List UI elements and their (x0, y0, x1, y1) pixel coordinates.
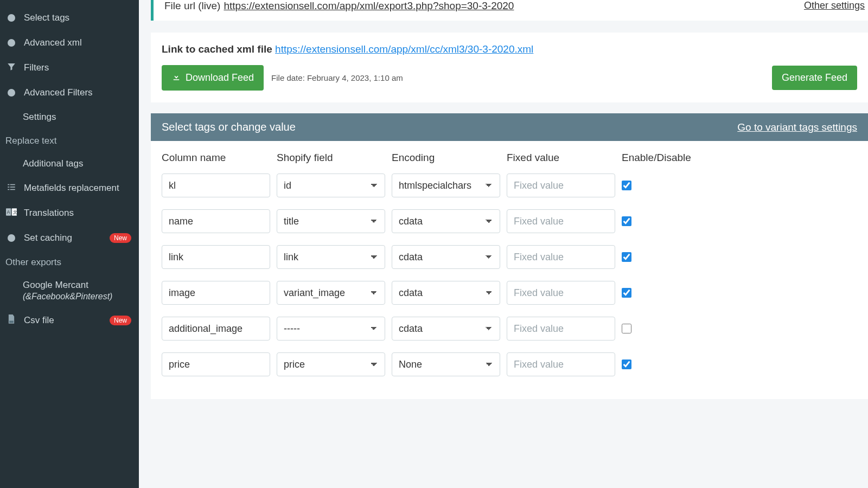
th-shopify-field: Shopify field (277, 152, 385, 164)
sidebar-item[interactable]: Set cachingNew (0, 226, 139, 251)
new-badge: New (110, 316, 131, 325)
download-feed-button[interactable]: Download Feed (162, 65, 264, 91)
table-row: -----cdata (162, 317, 857, 341)
encoding-select[interactable]: cdata (392, 209, 500, 233)
sidebar-item-label: Select tags (24, 12, 69, 23)
cached-file-link[interactable]: https://extensionsell.com/app/xml/cc/xml… (275, 43, 533, 55)
enable-checkbox[interactable] (622, 216, 631, 226)
sidebar-item[interactable]: Filters (0, 55, 139, 80)
fixed-value-input[interactable] (507, 209, 615, 233)
table-row: linkcdata (162, 245, 857, 269)
sidebar-item[interactable]: Google Mercant(&Facebook&Pinterest) (0, 273, 139, 308)
sidebar-item[interactable]: Additional tags (0, 152, 139, 176)
cached-file-label: Link to cached xml file (162, 43, 272, 55)
sidebar-item-label: Csv file (24, 315, 54, 326)
generate-feed-button[interactable]: Generate Feed (772, 66, 857, 90)
column-name-input[interactable] (162, 317, 270, 341)
file-url-label: File url (live) (164, 0, 220, 12)
csv-icon (5, 314, 17, 326)
file-url-link[interactable]: https://extensionsell.com/app/xml/export… (224, 0, 514, 12)
sidebar-item[interactable]: Csv fileNew (0, 308, 139, 333)
th-fixed-value: Fixed value (507, 152, 615, 164)
feed-panel: Link to cached xml file https://extensio… (151, 33, 868, 102)
tags-panel-title: Select tags or change value (162, 121, 296, 133)
sidebar-item-label: Advanced Filters (24, 87, 93, 98)
sidebar-item-label: Advanced xml (24, 37, 82, 48)
svg-text:A: A (7, 209, 10, 215)
lang-icon: A文 (5, 207, 17, 219)
enable-checkbox[interactable] (622, 181, 631, 190)
th-encoding: Encoding (392, 152, 500, 164)
column-name-input[interactable] (162, 174, 270, 197)
circle-icon (5, 232, 17, 244)
sidebar-item-label: Settings (23, 112, 56, 123)
enable-checkbox[interactable] (622, 359, 631, 369)
column-name-input[interactable] (162, 352, 270, 376)
download-icon (171, 72, 181, 84)
sidebar-item-label: Additional tags (23, 158, 84, 169)
funnel-icon (5, 62, 17, 74)
fixed-value-input[interactable] (507, 245, 615, 269)
shopify-field-select[interactable]: ----- (277, 317, 385, 341)
fixed-value-input[interactable] (507, 174, 615, 197)
sidebar-item-label: Filters (24, 62, 49, 73)
tags-table: Column name Shopify field Encoding Fixed… (151, 141, 868, 399)
enable-checkbox[interactable] (622, 288, 631, 298)
sidebar-item-label: Google Mercant (23, 280, 112, 291)
shopify-field-select[interactable]: price (277, 352, 385, 376)
list-icon (5, 182, 17, 194)
sidebar-item[interactable]: Metafields replacement (0, 176, 139, 201)
sidebar-item-label: Translations (24, 208, 74, 219)
encoding-select[interactable]: None (392, 352, 500, 376)
svg-rect-4 (9, 320, 14, 323)
th-column-name: Column name (162, 152, 270, 164)
shopify-field-select[interactable]: title (277, 209, 385, 233)
sidebar-item-label: Set caching (24, 233, 72, 243)
sidebar-header-other: Other exports (0, 251, 139, 273)
download-feed-label: Download Feed (186, 72, 254, 84)
svg-text:文: 文 (13, 209, 17, 215)
column-name-input[interactable] (162, 245, 270, 269)
encoding-select[interactable]: cdata (392, 245, 500, 269)
column-name-input[interactable] (162, 209, 270, 233)
encoding-select[interactable]: cdata (392, 281, 500, 305)
encoding-select[interactable]: cdata (392, 317, 500, 341)
main-content: File url (live) https://extensionsell.co… (139, 0, 868, 488)
table-row: priceNone (162, 352, 857, 376)
sidebar-header-replace: Replace text (0, 129, 139, 152)
column-name-input[interactable] (162, 281, 270, 305)
enable-checkbox[interactable] (622, 324, 631, 333)
fixed-value-input[interactable] (507, 352, 615, 376)
table-header-row: Column name Shopify field Encoding Fixed… (162, 152, 857, 164)
enable-checkbox[interactable] (622, 252, 631, 262)
circle-icon (5, 37, 17, 49)
fixed-value-input[interactable] (507, 317, 615, 341)
circle-icon (5, 12, 17, 24)
sidebar-item-label: Metafields replacement (24, 183, 119, 194)
file-url-panel: File url (live) https://extensionsell.co… (151, 0, 868, 21)
sidebar: Select tagsAdvanced xmlFiltersAdvanced F… (0, 0, 139, 488)
sidebar-item[interactable]: Settings (0, 105, 139, 129)
shopify-field-select[interactable]: id (277, 174, 385, 197)
circle-icon (5, 87, 17, 99)
new-badge: New (110, 233, 131, 243)
tags-panel-header: Select tags or change value Go to varian… (151, 113, 868, 141)
encoding-select[interactable]: htmlspecialchars (392, 174, 500, 197)
shopify-field-select[interactable]: variant_image (277, 281, 385, 305)
variant-tags-settings-link[interactable]: Go to variant tags settings (737, 121, 857, 133)
table-row: titlecdata (162, 209, 857, 233)
generate-feed-label: Generate Feed (782, 72, 847, 84)
th-enable-disable: Enable/Disable (622, 152, 725, 164)
file-date-text: File date: February 4, 2023, 1:10 am (271, 73, 403, 82)
sidebar-item[interactable]: Advanced Filters (0, 80, 139, 105)
sidebar-item[interactable]: Advanced xml (0, 30, 139, 55)
sidebar-item[interactable]: Select tags (0, 5, 139, 30)
table-row: idhtmlspecialchars (162, 174, 857, 197)
sidebar-item-sublabel: (&Facebook&Pinterest) (23, 292, 112, 301)
other-settings-link[interactable]: Other settings (804, 0, 865, 11)
sidebar-item[interactable]: A文Translations (0, 201, 139, 226)
fixed-value-input[interactable] (507, 281, 615, 305)
table-row: variant_imagecdata (162, 281, 857, 305)
shopify-field-select[interactable]: link (277, 245, 385, 269)
